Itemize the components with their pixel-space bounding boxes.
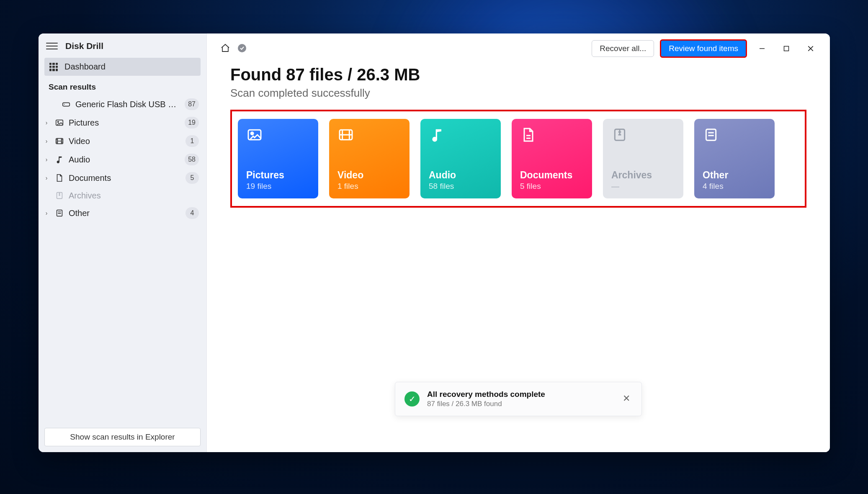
tile-archives: Archives — [603,119,683,198]
tile-name: Other [703,170,766,181]
tile-name: Documents [520,170,584,181]
svg-point-6 [238,44,246,52]
tree-documents-label: Documents [69,173,181,183]
dashboard-icon [49,63,58,71]
tile-count: 58 files [429,182,492,191]
chevron-right-icon: › [43,210,50,216]
svg-rect-0 [63,103,70,106]
tree-documents-badge: 5 [185,172,199,184]
tile-audio[interactable]: Audio 58 files [420,119,501,198]
topbar: Recover all... Review found items [207,33,830,62]
tree-video-badge: 1 [185,135,199,147]
usb-drive-icon [61,99,71,109]
picture-icon [54,118,64,128]
audio-icon [54,154,64,165]
tile-name: Video [337,170,401,181]
tree-pictures[interactable]: › Pictures 19 [39,113,206,132]
content-area: Found 87 files / 26.3 MB Scan completed … [207,62,830,208]
tree-video[interactable]: › Video 1 [39,132,206,150]
tile-count: 1 files [337,182,401,191]
completion-toast: ✓ All recovery methods complete 87 files… [395,382,642,416]
document-icon [520,126,537,143]
video-icon [337,126,354,143]
file-icon [54,208,64,218]
tree-other-label: Other [69,208,181,218]
maximize-button[interactable] [777,40,796,57]
file-icon [703,126,719,143]
main-panel: Recover all... Review found items Found … [207,33,830,452]
tile-count: 5 files [520,182,584,191]
tile-documents[interactable]: Documents 5 files [512,119,592,198]
toast-subtitle: 87 files / 26.3 MB found [427,400,613,408]
sidebar-header: Disk Drill [39,33,206,58]
svg-point-9 [251,132,253,135]
chevron-right-icon: › [43,156,50,163]
results-headline: Found 87 files / 26.3 MB [230,65,806,84]
sidebar-footer: Show scan results in Explorer [39,422,206,452]
scan-results-heading: Scan results [39,76,206,95]
audio-icon [429,126,446,143]
tree-documents[interactable]: › Documents 5 [39,169,206,187]
sidebar: Disk Drill Dashboard Scan results › Gene… [39,33,207,452]
tree-device[interactable]: › Generic Flash Disk USB D... 87 [39,95,206,113]
tree-device-badge: 87 [185,98,199,110]
tile-name: Archives [611,170,675,181]
app-title: Disk Drill [65,41,103,51]
tile-count: — [611,182,675,191]
nav-dashboard-label: Dashboard [64,62,106,72]
nav-dashboard[interactable]: Dashboard [44,58,201,76]
tree-archives: › Archives [39,187,206,204]
tile-count: 19 files [246,182,310,191]
tree-audio-badge: 58 [185,154,199,165]
results-subhead: Scan completed successfully [230,87,806,100]
chevron-right-icon: › [43,175,50,181]
tree-archives-label: Archives [69,191,199,201]
close-button[interactable] [801,40,820,57]
hamburger-icon[interactable] [46,40,58,52]
recover-all-button[interactable]: Recover all... [592,40,654,57]
document-icon [54,173,64,183]
svg-point-2 [57,121,59,123]
tree-video-label: Video [69,136,181,146]
close-icon[interactable]: ✕ [621,393,632,405]
toast-title: All recovery methods complete [427,390,613,399]
toast-body: All recovery methods complete 87 files /… [427,390,613,408]
tree-other-badge: 4 [185,207,199,219]
check-circle-icon: ✓ [404,391,420,407]
chevron-right-icon: › [43,138,50,144]
home-icon[interactable] [220,43,231,54]
svg-rect-5 [57,210,62,216]
picture-icon [246,126,263,143]
video-icon [54,136,64,146]
tree-other[interactable]: › Other 4 [39,204,206,222]
tile-video[interactable]: Video 1 files [329,119,410,198]
tree-pictures-label: Pictures [69,118,180,128]
checkmark-circle-icon[interactable] [237,43,248,54]
tile-name: Audio [429,170,492,181]
archive-icon [54,190,64,201]
tile-name: Pictures [246,170,310,181]
app-window: Disk Drill Dashboard Scan results › Gene… [39,33,830,452]
tile-other[interactable]: Other 4 files [694,119,775,198]
svg-rect-7 [784,46,789,51]
tile-pictures[interactable]: Pictures 19 files [238,119,318,198]
chevron-right-icon: › [43,119,50,126]
tree-audio[interactable]: › Audio 58 [39,150,206,169]
show-in-explorer-button[interactable]: Show scan results in Explorer [44,428,201,446]
minimize-button[interactable] [753,40,771,57]
tree-audio-label: Audio [69,155,180,165]
tile-count: 4 files [703,182,766,191]
review-found-items-button[interactable]: Review found items [660,39,747,58]
category-tiles-highlight: Pictures 19 files Video 1 files [230,110,806,208]
svg-rect-12 [706,129,716,141]
tree-device-label: Generic Flash Disk USB D... [75,100,180,109]
tree-pictures-badge: 19 [185,117,199,129]
archive-icon [611,126,628,143]
